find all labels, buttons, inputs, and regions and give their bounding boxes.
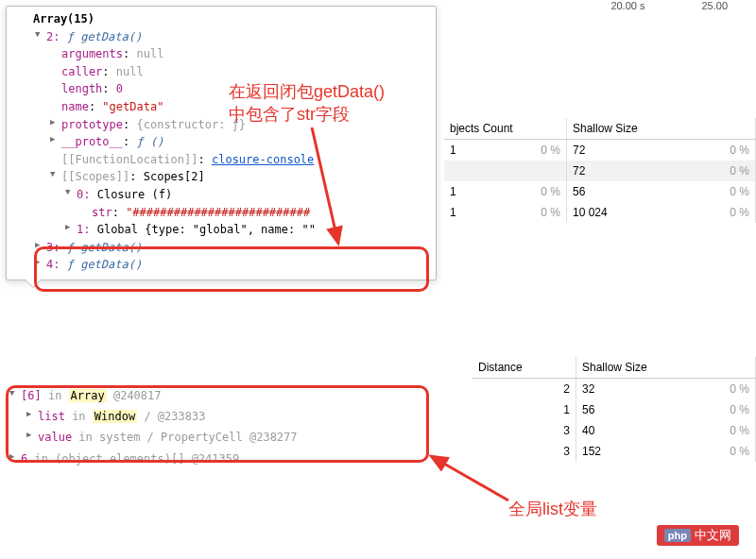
col-shallow-size[interactable]: Shallow Size (567, 118, 756, 139)
retainer-table: Distance Shallow Size 2320 % 1560 % 3400… (472, 357, 756, 462)
table-row[interactable]: 10 % 720 % (444, 140, 756, 161)
table-row[interactable]: 2320 % (472, 379, 756, 399)
watermark-logo: php 中文网 (657, 525, 739, 546)
table-row[interactable]: 10 % 560 % (444, 181, 756, 202)
table-row[interactable]: 3400 % (472, 420, 756, 441)
timeline-tick: 25.00 (701, 0, 728, 19)
table-header: Distance Shallow Size (472, 357, 756, 379)
array-title[interactable]: Array(15) (10, 10, 432, 28)
prop-proto[interactable]: __proto__: ƒ () (10, 133, 432, 151)
table-row[interactable]: 720 % (444, 161, 756, 181)
table-row[interactable]: 1560 % (472, 399, 756, 420)
timeline-tick: 20.00 s (610, 0, 644, 19)
scope-closure[interactable]: 0: Closure (f) (10, 186, 432, 204)
scope-closure-str[interactable]: str: "########################## (10, 204, 432, 222)
svg-line-0 (312, 127, 338, 244)
svg-line-1 (431, 456, 508, 500)
prop-caller[interactable]: caller: null (10, 63, 432, 81)
col-objects-count[interactable]: bjects Count (444, 118, 567, 139)
tree-item-2-getdata[interactable]: 2: ƒ getData() (10, 28, 432, 46)
object-inspector-popup[interactable]: Array(15) 2: ƒ getData() arguments: null… (6, 6, 437, 280)
highlight-retainers-list (6, 385, 429, 463)
prop-arguments[interactable]: arguments: null (10, 45, 432, 63)
annotation-global-list: 全局list变量 (508, 498, 597, 520)
php-badge: php (664, 529, 691, 542)
annotation-closure: 在返回闭包getData() 中包含了str字段 (229, 80, 385, 126)
timeline-ruler: 20.00 s 25.00 (610, 0, 756, 19)
scope-global[interactable]: 1: Global {type: "global", name: "" (10, 221, 432, 239)
prop-function-location[interactable]: [[FunctionLocation]]: closure-console (10, 151, 432, 169)
col-shallow-size[interactable]: Shallow Size (576, 357, 756, 378)
prop-scopes[interactable]: [[Scopes]]: Scopes[2] (10, 168, 432, 186)
table-header: bjects Count Shallow Size (444, 118, 756, 140)
summary-table: bjects Count Shallow Size 10 % 720 % 720… (444, 118, 756, 223)
annotation-arrow-closure (293, 123, 350, 255)
highlight-closure-str (34, 246, 429, 292)
table-row[interactable]: 10 % 10 0240 % (444, 202, 756, 223)
col-distance[interactable]: Distance (472, 357, 576, 378)
